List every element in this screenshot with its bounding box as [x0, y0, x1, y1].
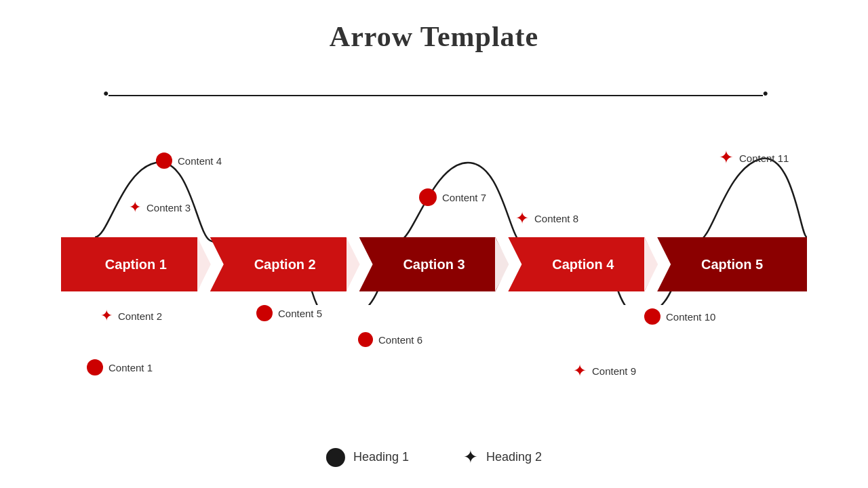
page-title: Arrow Template	[0, 0, 868, 53]
chevron-2	[347, 237, 361, 291]
content-point-1: Content 1	[87, 359, 153, 375]
content-11-label: Content 11	[739, 152, 789, 164]
content-point-4: Content 4	[156, 152, 222, 169]
content-1-label: Content 1	[108, 362, 153, 373]
star-icon-8: ✦	[515, 210, 529, 226]
content-7-label: Content 7	[442, 192, 486, 203]
star-icon-9: ✦	[573, 363, 587, 379]
circle-icon-5	[256, 305, 273, 321]
segment-2-label: Caption 2	[254, 257, 316, 272]
svg-marker-2	[495, 237, 510, 291]
content-point-2: ✦ Content 2	[100, 308, 162, 323]
content-3-label: Content 3	[146, 202, 191, 214]
segment-5: Caption 5	[657, 237, 807, 291]
segment-5-label: Caption 5	[701, 257, 763, 272]
content-10-label: Content 10	[666, 311, 715, 323]
legend-2-label: Heading 2	[486, 450, 542, 464]
content-point-10: Content 10	[644, 308, 715, 325]
segment-2: Caption 2	[210, 237, 360, 291]
circle-icon-1	[87, 359, 103, 375]
arrow-banner: Caption 1 Caption 2 Caption 3 Caption 4	[61, 237, 807, 291]
content-point-11: ✦ Content 11	[719, 149, 789, 167]
legend-star-icon: ✦	[463, 447, 478, 468]
content-2-label: Content 2	[118, 310, 162, 322]
legend-item-2: ✦ Heading 2	[463, 447, 542, 468]
content-point-5: Content 5	[256, 305, 322, 321]
segment-4-label: Caption 4	[552, 257, 614, 272]
star-icon-2: ✦	[100, 308, 113, 323]
chevron-1	[197, 237, 212, 291]
content-point-8: ✦ Content 8	[515, 210, 578, 226]
circle-icon-7	[419, 188, 437, 206]
legend: Heading 1 ✦ Heading 2	[326, 447, 542, 468]
svg-marker-3	[644, 237, 659, 291]
content-8-label: Content 8	[534, 213, 578, 224]
legend-circle-icon	[326, 448, 345, 467]
segment-1: Caption 1	[61, 237, 211, 291]
content-point-7: Content 7	[419, 188, 486, 206]
timeline-line	[108, 95, 763, 96]
content-point-6: Content 6	[358, 332, 422, 347]
content-6-label: Content 6	[378, 334, 422, 346]
content-9-label: Content 9	[592, 365, 636, 377]
content-4-label: Content 4	[178, 155, 222, 167]
segment-4: Caption 4	[508, 237, 658, 291]
segment-3: Caption 3	[359, 237, 509, 291]
segment-3-label: Caption 3	[403, 257, 465, 272]
star-icon-3: ✦	[129, 200, 141, 215]
legend-1-label: Heading 1	[353, 450, 409, 464]
content-point-3: ✦ Content 3	[129, 200, 191, 215]
circle-icon-4	[156, 152, 172, 169]
content-point-9: ✦ Content 9	[573, 363, 636, 379]
svg-marker-1	[347, 237, 361, 291]
svg-marker-0	[197, 237, 212, 291]
star-icon-11: ✦	[719, 149, 734, 167]
circle-icon-10	[644, 308, 660, 325]
chevron-4	[644, 237, 659, 291]
chevron-3	[495, 237, 510, 291]
circle-icon-6	[358, 332, 373, 347]
content-5-label: Content 5	[278, 308, 322, 319]
legend-item-1: Heading 1	[326, 448, 409, 467]
segment-1-label: Caption 1	[105, 257, 167, 272]
